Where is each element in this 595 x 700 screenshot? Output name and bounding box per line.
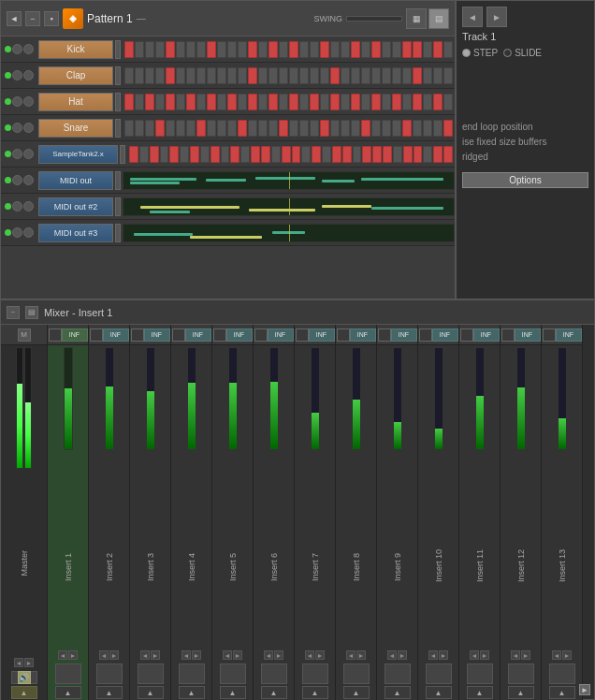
ch-nav-l[interactable]: ◄ [428,650,438,660]
track-mute-midi-out2[interactable] [12,201,22,211]
ch-send-knob[interactable] [138,664,164,684]
step-btn[interactable] [135,94,144,110]
track-name-snare[interactable]: Snare [38,119,113,138]
step-btn[interactable] [238,67,247,84]
ch-nav-r[interactable]: ► [521,650,530,660]
ch-nav-r[interactable]: ► [274,650,283,660]
ch-nav-r[interactable]: ► [233,650,242,660]
step-btn[interactable] [443,67,453,84]
step-btn[interactable] [248,94,257,110]
step-btn[interactable] [258,67,268,84]
ch-arrow-btn[interactable]: ▲ [179,686,205,699]
step-btn[interactable] [166,67,175,84]
step-btn[interactable] [186,67,196,84]
step-btn[interactable] [433,94,443,110]
step-btn[interactable] [240,146,250,163]
step-btn[interactable] [155,94,165,110]
ch1-arrow-btn[interactable]: ▲ [55,686,81,699]
master-mute-btn[interactable]: M [18,328,31,342]
step-btn[interactable] [155,120,165,137]
step-btn[interactable] [361,94,370,110]
step-btn[interactable] [155,67,165,84]
step-btn[interactable] [382,41,391,58]
step-btn[interactable] [299,94,309,110]
ch-mute[interactable] [419,328,432,342]
ch-mute[interactable] [460,328,473,342]
step-btn[interactable] [271,146,281,163]
mixer-minimize-btn[interactable]: − [7,306,20,319]
track-name-sampletank[interactable]: SampleTank2.x [38,145,118,164]
step-btn[interactable] [392,41,401,58]
step-btn[interactable] [341,41,350,58]
step-btn[interactable] [210,146,220,163]
step-btn[interactable] [217,120,226,137]
ch1-nav-r[interactable]: ► [68,650,78,660]
step-btn[interactable] [423,120,432,137]
step-btn[interactable] [423,94,432,110]
step-btn[interactable] [310,41,319,58]
step-btn[interactable] [176,120,185,137]
step-btn[interactable] [383,146,392,163]
ch-nav-r[interactable]: ► [151,650,160,660]
step-btn[interactable] [279,41,288,58]
ch1-nav-l[interactable]: ◄ [58,650,67,660]
track-led-hat[interactable] [5,98,11,105]
ch-send-knob[interactable] [220,664,246,684]
step-btn[interactable] [207,120,216,137]
ch-send-knob[interactable] [426,664,452,684]
slide-radio[interactable]: SLIDE [503,48,542,58]
step-btn[interactable] [176,94,185,110]
piano-roll-midi-out2[interactable] [123,197,455,216]
ch-nav-l[interactable]: ◄ [470,650,479,660]
master-bottom-btn[interactable]: 🔊 [11,671,37,684]
step-btn[interactable] [443,94,453,110]
track-led-sampletank[interactable] [5,151,11,157]
track-solo-midi-out2[interactable] [23,201,34,211]
graph-view-btn[interactable]: ▦ [406,8,427,29]
step-btn[interactable] [217,94,226,110]
step-btn[interactable] [341,120,350,137]
ch-nav-r[interactable]: ► [439,650,448,660]
step-btn[interactable] [341,94,350,110]
step-btn[interactable] [443,41,453,58]
piano-roll-midi-out3[interactable] [123,224,455,242]
ch-mute[interactable] [337,328,350,342]
ch-send-knob[interactable] [343,664,370,684]
step-btn[interactable] [258,94,268,110]
mixer-settings-btn[interactable]: ▤ [25,306,38,319]
step-btn[interactable] [186,120,196,137]
ch-nav-r[interactable]: ► [562,650,572,660]
step-btn[interactable] [129,146,138,163]
step-btn[interactable] [330,41,340,58]
step-btn[interactable] [176,41,185,58]
step-btn[interactable] [279,120,288,137]
step-btn[interactable] [310,94,319,110]
ch-mute[interactable] [543,328,556,342]
ch-nav-l[interactable]: ◄ [264,650,273,660]
step-btn[interactable] [135,120,144,137]
step-btn[interactable] [423,41,432,58]
track-mute-clap[interactable] [12,70,22,80]
step-btn[interactable] [330,120,340,137]
ch-nav-r[interactable]: ► [315,650,325,660]
ch-arrow-btn[interactable]: ▲ [302,686,328,699]
step-btn[interactable] [145,120,154,137]
ch-send-knob[interactable] [179,664,205,684]
ch-mute[interactable] [501,328,515,342]
piano-roll-midi-out[interactable] [123,171,455,190]
step-btn[interactable] [382,120,391,137]
track-led-midi-out2[interactable] [5,203,11,210]
track-name-midi-out2[interactable]: MIDI out #2 [38,197,113,216]
step-btn[interactable] [166,94,175,110]
step-btn[interactable] [330,67,340,84]
step-btn[interactable] [248,120,257,137]
step-btn[interactable] [372,146,382,163]
ch-send-knob[interactable] [508,664,534,684]
step-btn[interactable] [180,146,189,163]
track-mute-sampletank[interactable] [12,149,22,159]
track-mute-midi-out[interactable] [12,175,22,185]
track-name-midi-out3[interactable]: MIDI out #3 [38,224,113,242]
step-btn[interactable] [217,41,226,58]
step-btn[interactable] [310,120,319,137]
ch-send-knob[interactable] [96,664,123,684]
